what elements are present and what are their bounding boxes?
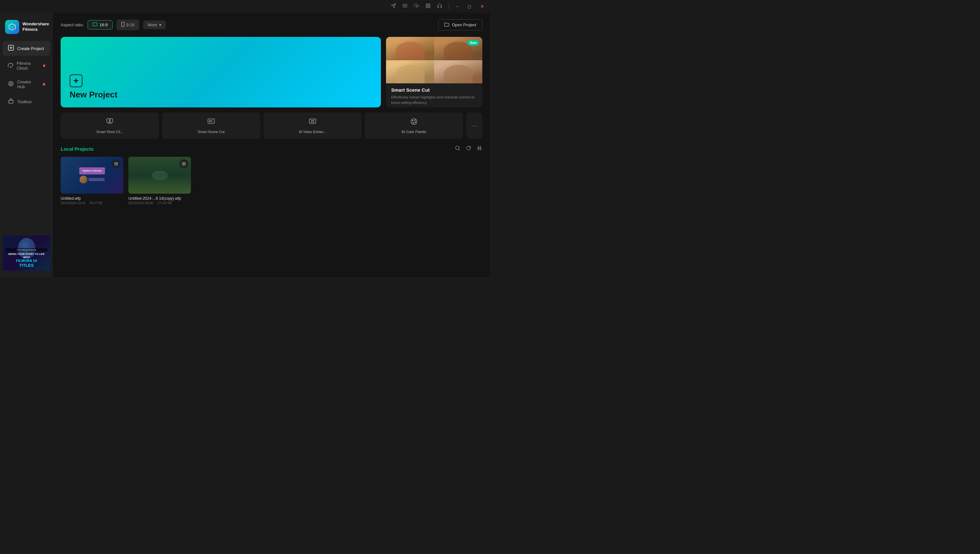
new-project-card[interactable]: + New Project <box>61 37 381 107</box>
sidebar-promo-banner[interactable]: #TrendingInFilmora BRING YOUR STORY TO L… <box>3 235 50 271</box>
aspect-ratio-label: Aspect ratio: <box>61 22 84 27</box>
svg-rect-21 <box>309 119 316 123</box>
svg-point-25 <box>414 119 415 121</box>
banner-title-3: TITLES <box>5 263 48 268</box>
notification-dot <box>43 83 45 86</box>
feature-new-badge: New <box>467 40 479 46</box>
svg-rect-15 <box>121 22 124 27</box>
tools-row: Smart Short Cli... Smart Scene Cut <box>61 113 482 139</box>
aspect-16-9-button[interactable]: 16:9 <box>88 20 112 30</box>
grid-icon[interactable] <box>426 3 431 10</box>
project-card-1[interactable]: Python Tutorial Untitled. <box>61 157 123 205</box>
svg-rect-0 <box>403 4 407 7</box>
local-projects-title: Local Projects <box>61 146 94 152</box>
sidebar-item-label: Create Project <box>18 46 44 51</box>
svg-rect-6 <box>426 6 428 8</box>
local-projects-header: Local Projects <box>61 145 482 152</box>
tool-smart-short-clip[interactable]: Smart Short Cli... <box>61 113 159 139</box>
feature-card-title: Smart Scene Cut <box>391 87 477 93</box>
feature-card[interactable]: New Smart Scene Cut Effortlessly extract… <box>386 37 482 107</box>
open-project-button[interactable]: Open Project <box>438 19 482 30</box>
maximize-button[interactable]: ◻ <box>466 3 473 10</box>
svg-rect-13 <box>9 100 13 103</box>
tool-smart-scene-cut[interactable]: Smart Scene Cut <box>162 113 260 139</box>
aspect-9-16-label: 9:16 <box>126 22 134 27</box>
hero-area: + New Project <box>61 37 482 107</box>
more-tools-icon: ⋯ <box>471 122 478 129</box>
svg-point-20 <box>209 121 211 122</box>
minimize-button[interactable]: − <box>454 3 460 10</box>
captions-icon[interactable] <box>402 3 407 10</box>
app-body: Wondershare Filmora Create Project <box>0 13 490 277</box>
sidebar-item-label: Filmora Cloud <box>17 61 40 70</box>
project-card-2[interactable]: Untitled-2024-...6 14(copy).wfp 05/10/20… <box>128 157 191 205</box>
tool-ai-video-enhance[interactable]: AI Video Enhan... <box>263 113 362 139</box>
project-meta-1: 10/10/2024 16:41 76.47 KB <box>61 201 123 205</box>
svg-line-29 <box>459 150 460 151</box>
sidebar-item-toolbox[interactable]: Toolbox <box>3 94 50 109</box>
svg-point-12 <box>10 83 12 84</box>
refresh-icon[interactable] <box>466 145 471 152</box>
feature-card-body: Smart Scene Cut Effortlessly extract hig… <box>386 83 482 107</box>
window-controls: − ◻ ✕ <box>454 3 486 10</box>
smart-scene-cut-icon <box>207 118 215 127</box>
filmora-cloud-icon <box>8 62 13 69</box>
sidebar-item-label: Creator Hub <box>18 80 40 89</box>
folder-icon <box>444 22 449 27</box>
grid-view-icon[interactable] <box>477 145 482 152</box>
ai-video-enhance-icon <box>309 118 316 127</box>
logo-area: Wondershare Filmora <box>0 17 53 40</box>
notification-dot <box>43 64 45 67</box>
headset-icon[interactable] <box>437 3 442 10</box>
toolbox-icon <box>8 98 14 105</box>
more-aspect-button[interactable]: More ▾ <box>143 21 166 29</box>
svg-rect-17 <box>110 119 113 123</box>
svg-point-23 <box>411 119 417 124</box>
aspect-9-16-button[interactable]: 9:16 <box>117 19 139 30</box>
upload-overlay-1[interactable] <box>112 159 121 168</box>
sidebar-item-label: Toolbox <box>18 99 32 104</box>
phone-icon <box>121 22 124 28</box>
svg-point-22 <box>311 120 313 122</box>
upload-cloud-icon[interactable] <box>414 3 419 10</box>
feature-card-description: Effortlessly extract highlights and char… <box>391 95 477 105</box>
title-bar-icons <box>391 3 449 10</box>
app-name: Wondershare Filmora <box>22 21 49 32</box>
sidebar-item-creator-hub[interactable]: Creator Hub <box>3 76 50 93</box>
open-project-label: Open Project <box>452 22 476 27</box>
svg-point-28 <box>456 146 459 150</box>
project-name-2: Untitled-2024-...6 14(copy).wfp <box>128 196 191 201</box>
chevron-down-icon: ▾ <box>159 22 161 27</box>
banner-image: #TrendingInFilmora BRING YOUR STORY TO L… <box>3 235 50 271</box>
new-project-title: New Project <box>70 90 372 100</box>
svg-rect-4 <box>426 4 428 5</box>
creator-hub-icon <box>8 81 14 88</box>
main-content: Aspect ratio: 16:9 9:16 More <box>53 13 490 277</box>
svg-point-11 <box>9 81 13 86</box>
sidebar-item-filmora-cloud[interactable]: Filmora Cloud <box>3 57 50 74</box>
upload-overlay-2[interactable] <box>179 159 188 168</box>
tool-ai-color-palette[interactable]: AI Color Palette <box>365 113 463 139</box>
more-tools-button[interactable]: ⋯ <box>466 113 482 139</box>
more-label: More <box>148 22 157 27</box>
search-icon[interactable] <box>455 145 460 152</box>
title-bar: − ◻ ✕ <box>0 0 490 13</box>
tool-label: Smart Short Cli... <box>96 130 123 134</box>
tool-label: AI Color Palette <box>401 130 426 134</box>
projects-grid: Python Tutorial Untitled. <box>61 157 482 205</box>
tool-label: AI Video Enhan... <box>299 130 326 134</box>
banner-title-1: BRING YOUR STORY TO LIFE WITH <box>5 253 48 259</box>
monitor-icon <box>93 22 97 27</box>
project-thumbnail-2 <box>128 157 191 194</box>
app-logo-icon <box>5 20 19 34</box>
ai-color-palette-icon <box>410 118 418 127</box>
feature-card-image: New <box>386 37 482 83</box>
share-icon[interactable] <box>391 3 396 10</box>
svg-point-26 <box>415 121 416 123</box>
aspect-16-9-label: 16:9 <box>99 22 107 27</box>
close-button[interactable]: ✕ <box>479 3 486 10</box>
create-project-icon <box>8 45 14 52</box>
svg-rect-5 <box>428 4 430 5</box>
aspect-ratio-bar: Aspect ratio: 16:9 9:16 More <box>61 19 482 30</box>
sidebar-item-create-project[interactable]: Create Project <box>3 41 50 56</box>
